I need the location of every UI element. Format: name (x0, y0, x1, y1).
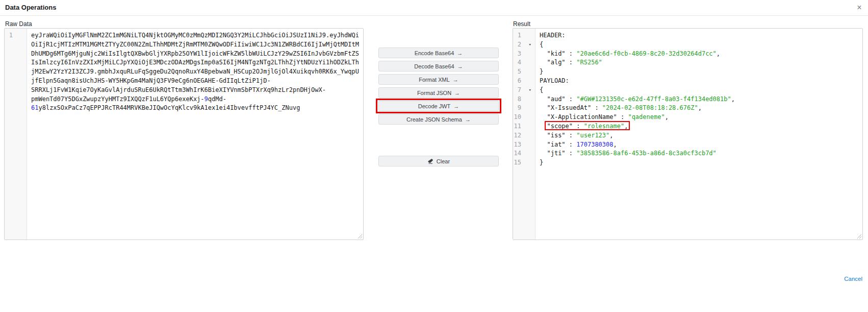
token-plain: { (540, 86, 543, 93)
token-plain: : (566, 141, 577, 148)
format-xml-button-wrap: Format XML→ (378, 74, 499, 85)
token-string: "RS256" (576, 59, 602, 66)
line-number: 12 (513, 131, 535, 140)
line-number: 6 (513, 77, 535, 86)
decode-jwt-button[interactable]: Decode JWT→ (378, 101, 499, 111)
token-number: 1707380308 (576, 141, 613, 148)
decode-base64-button[interactable]: Decode Base64→ (378, 61, 499, 71)
token-number: 9 (205, 95, 208, 103)
create-json-schema-label: Create JSON Schema (406, 116, 462, 123)
arrow-right-icon: → (457, 50, 463, 56)
token-plain (540, 132, 547, 139)
token-plain: , (717, 50, 720, 57)
token-plain: qdMd- (208, 95, 226, 103)
arrow-right-icon: → (465, 116, 471, 123)
format-xml-label: Format XML (419, 77, 450, 83)
raw-editor-content[interactable]: eyJraWQiOiIyMGFlNmM2ZC1mMGNiLTQ4NjktOGMy… (27, 29, 363, 239)
token-plain: , (731, 95, 735, 103)
result-line-14: "jti" : "38583586-8af6-453b-a86d-8c3a0cf… (540, 149, 858, 158)
token-key: "jti" (547, 150, 565, 157)
token-string: "user123" (576, 132, 609, 139)
result-line-9: "X-IssuedAt" : "2024-02-08T08:18:28.676Z… (540, 104, 858, 113)
raw-gutter: 1 (5, 29, 27, 239)
format-json-button[interactable]: Format JSON→ (378, 87, 499, 98)
token-key: "iat" (547, 141, 565, 148)
token-plain: , (665, 113, 669, 121)
create-json-schema-button-wrap: Create JSON Schema→ (378, 114, 499, 125)
line-number: 15 (513, 158, 535, 167)
fold-caret-icon[interactable]: ▾ (529, 86, 531, 95)
token-plain: : (566, 95, 577, 103)
result-line-8: "aud" : "#GW#1231350c-e62d-47ff-8a03-f4f… (540, 95, 858, 104)
token-plain (540, 59, 547, 66)
create-json-schema-button[interactable]: Create JSON Schema→ (378, 114, 499, 125)
token-plain (540, 50, 547, 57)
line-number: 2▾ (513, 40, 535, 50)
token-key: "iss" (547, 132, 565, 139)
resize-grip-icon[interactable] (357, 233, 363, 239)
result-line-6: PAYLOAD: (540, 77, 858, 86)
clear-button[interactable]: Clear (378, 156, 499, 166)
result-editor-content[interactable]: HEADER:{ "kid" : "20ae6c6d-f0cb-4869-8c2… (535, 29, 862, 239)
format-xml-button[interactable]: Format XML→ (378, 74, 499, 85)
line-number: 8 (513, 95, 535, 104)
line-number: 4 (513, 58, 535, 67)
token-key: "kid" (547, 50, 565, 57)
arrow-right-icon: → (454, 90, 460, 96)
token-plain: , (698, 104, 702, 111)
token-plain (540, 123, 547, 130)
token-plain (540, 113, 547, 121)
encode-base64-label: Encode Base64 (415, 50, 454, 56)
fold-caret-icon[interactable]: ▾ (529, 40, 531, 50)
arrow-right-icon: → (453, 103, 459, 109)
result-gutter: 12▾34567▾89101112131415 (513, 29, 535, 239)
token-key: "scope" (547, 123, 573, 130)
token-plain: { (540, 41, 543, 48)
raw-jwt-text[interactable]: eyJraWQiOiIyMGFlNmM2ZC1mMGNiLTQ4NjktOGMy… (31, 31, 359, 113)
result-line-13: "iat" : 1707380308, (540, 140, 858, 150)
token-plain: : (573, 123, 584, 130)
token-plain (540, 95, 547, 103)
eraser-icon (427, 158, 433, 164)
line-number: 9 (513, 104, 535, 113)
token-plain: : (566, 59, 577, 66)
token-plain: : (591, 104, 602, 111)
encode-base64-button-wrap: Encode Base64→ (378, 47, 499, 58)
result-line-7: { (540, 86, 858, 95)
token-string: "#GW#1231350c-e62d-47ff-8a03-f4f134ed081… (576, 95, 731, 103)
result-line-1: HEADER: (540, 31, 858, 40)
result-line-4: "alg" : "RS256" (540, 58, 858, 67)
token-plain: HEADER: (540, 32, 566, 39)
line-number: 5 (513, 67, 535, 77)
clear-button-wrap: Clear (378, 156, 499, 166)
line-number: 1 (513, 31, 535, 40)
operations-column: Encode Base64→Decode Base64→Format XML→F… (378, 47, 499, 125)
token-plain: , (609, 132, 613, 139)
token-plain: eyJraWQiOiIyMGFlNmM2ZC1mMGNiLTQ4NjktOGMy… (31, 32, 359, 103)
token-key: "X-IssuedAt" (547, 104, 591, 111)
token-plain: : (566, 150, 577, 157)
close-icon[interactable]: × (855, 3, 864, 13)
result-line-12: "iss" : "user123", (540, 131, 858, 140)
format-json-label: Format JSON (417, 90, 451, 96)
arrow-right-icon: → (457, 63, 463, 69)
token-plain (540, 104, 547, 111)
result-label: Result (513, 20, 530, 28)
token-plain: } (540, 68, 543, 75)
token-string: "rolesname" (584, 123, 624, 130)
line-number: 13 (513, 140, 535, 150)
result-line-11: "scope" : "rolesname", (540, 122, 858, 131)
token-string: "qadeneme" (628, 113, 665, 121)
result-line-5: } (540, 67, 858, 77)
line-number: 7▾ (513, 86, 535, 95)
clear-column: Clear (378, 156, 499, 166)
cancel-button[interactable]: Cancel (844, 276, 862, 282)
token-plain: : (566, 132, 577, 139)
dialog-title: Data Operations (5, 4, 56, 11)
format-json-button-wrap: Format JSON→ (378, 87, 499, 98)
decode-base64-button-wrap: Decode Base64→ (378, 61, 499, 71)
encode-base64-button[interactable]: Encode Base64→ (378, 47, 499, 58)
resize-grip-icon[interactable] (856, 233, 862, 239)
dialog-titlebar: Data Operations × (0, 0, 868, 16)
token-plain: , (624, 123, 628, 130)
